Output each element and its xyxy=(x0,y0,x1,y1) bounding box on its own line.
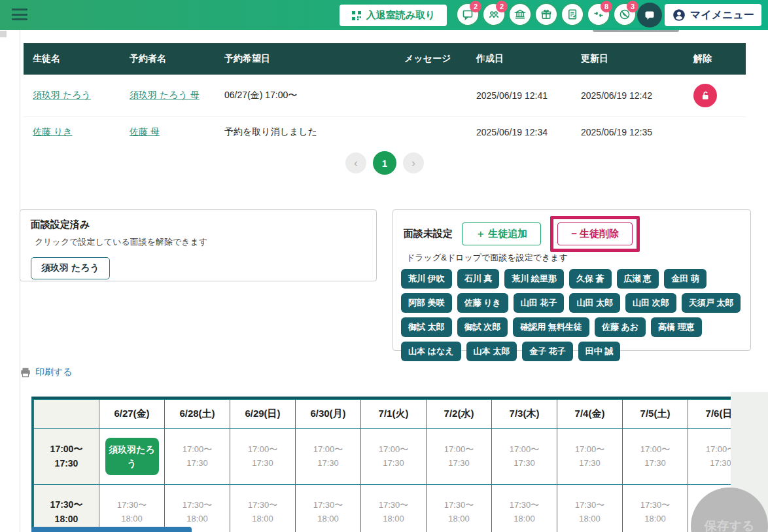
updated-cell: 2025/06/19 12:42 xyxy=(572,75,684,117)
user-icon xyxy=(672,8,686,22)
add-student-button[interactable]: ＋ 生徒追加 xyxy=(462,222,541,245)
desired-date-cell: 予約を取り消しました xyxy=(215,117,395,148)
converge-arrows-badge: 8 xyxy=(601,1,612,12)
student-chip[interactable]: 御試 太郎 xyxy=(401,317,452,337)
chat-icon[interactable]: 2 xyxy=(456,3,480,26)
schedule-slot[interactable]: 17:30〜18:00 xyxy=(361,485,427,532)
student-chip[interactable]: 山本 太郎 xyxy=(466,342,517,361)
schedule-slot[interactable]: 17:30〜18:00 xyxy=(427,485,492,532)
student-chip[interactable]: 石川 真 xyxy=(457,269,500,289)
survey-icon[interactable] xyxy=(561,3,584,26)
student-chip[interactable]: 広瀬 恵 xyxy=(617,269,659,289)
school-icon[interactable] xyxy=(508,3,532,26)
schedule-table-container: 6/27(金) 6/28(土) 6/29(日) 6/30(月) 7/1(火) 7… xyxy=(31,397,731,532)
chat-badge: 2 xyxy=(470,1,481,12)
message-cell xyxy=(395,75,467,117)
horizontal-scrollbar-thumb[interactable] xyxy=(31,527,192,532)
reserver-link[interactable]: 佐藤 母 xyxy=(130,126,160,137)
prev-page-button[interactable]: ‹ xyxy=(345,152,366,173)
unconfigured-panel-title: 面談未設定 xyxy=(404,228,453,240)
remove-button-highlight-box: − 生徒削除 xyxy=(550,216,640,252)
schedule-slot[interactable]: 17:30〜18:00 xyxy=(165,485,230,532)
col-unlock: 解除 xyxy=(684,43,746,75)
print-link[interactable]: 印刷する xyxy=(20,366,73,378)
schedule-slot[interactable]: 17:00〜17:30 xyxy=(557,429,623,485)
unconfigured-panel-header: 面談未設定 ＋ 生徒追加 − 生徒削除 xyxy=(404,217,740,251)
unlock-icon xyxy=(699,90,711,101)
student-chip[interactable]: 山本 はなえ xyxy=(401,342,461,361)
student-chip[interactable]: 荒川 絵里那 xyxy=(504,269,564,289)
student-chip[interactable]: 高橋 理恵 xyxy=(651,317,702,337)
schedule-corner-cell xyxy=(34,400,99,429)
col-desired-date: 予約希望日 xyxy=(215,43,395,75)
gift-icon[interactable] xyxy=(534,3,558,26)
time-slot-label: 17:00〜17:30 xyxy=(34,429,99,485)
schedule-slot[interactable]: 17:00〜17:30 xyxy=(165,429,230,485)
student-chip[interactable]: 山田 太郎 xyxy=(569,293,620,313)
schedule-slot[interactable]: 17:30〜18:00 xyxy=(99,485,165,532)
student-chip[interactable]: 金田 萌 xyxy=(664,269,707,289)
unconfigured-panel-description: ドラッグ&ドロップで面談を設定できます xyxy=(406,252,740,264)
schedule-table: 6/27(金) 6/28(土) 6/29(日) 6/30(月) 7/1(火) 7… xyxy=(33,399,731,532)
message-cell xyxy=(395,117,467,148)
schedule-slot-booked[interactable]: 須玖羽たろう xyxy=(99,429,165,485)
my-menu-label: マイメニュー xyxy=(690,9,754,22)
schedule-slot[interactable]: 17:00〜17:30 xyxy=(492,429,557,485)
reservation-table: 生徒名 予約者名 予約希望日 メッセージ 作成日 更新日 解除 須玖羽 たろう … xyxy=(24,43,746,147)
student-chip[interactable]: 山田 次郎 xyxy=(625,293,676,313)
created-cell: 2025/06/19 12:34 xyxy=(467,117,572,148)
schedule-slot[interactable]: 17:00〜17:30 xyxy=(361,429,427,485)
current-page-button[interactable]: 1 xyxy=(373,151,396,175)
schedule-header-row: 6/27(金) 6/28(土) 6/29(日) 6/30(月) 7/1(火) 7… xyxy=(34,400,731,429)
schedule-slot[interactable]: 17:30〜18:00 xyxy=(492,485,557,532)
configured-panel-description: クリックで設定している面談を解除できます xyxy=(35,236,366,248)
day-header: 7/1(火) xyxy=(361,400,427,429)
chat-fab-icon[interactable] xyxy=(637,3,662,27)
sidebar-divider xyxy=(20,30,20,532)
phone-off-icon[interactable]: 3 xyxy=(613,3,637,26)
people-badge: 2 xyxy=(496,1,508,12)
student-chip[interactable]: 天須戸 太郎 xyxy=(682,293,741,313)
day-header: 7/6(日) xyxy=(688,400,731,429)
converge-arrows-icon[interactable]: 8 xyxy=(587,3,610,26)
schedule-slot[interactable]: 17:00〜17:30 xyxy=(230,429,296,485)
schedule-slot[interactable]: 17:30〜18:00 xyxy=(296,485,361,532)
schedule-slot[interactable]: 17:00〜17:30 xyxy=(427,429,492,485)
time-slot-label: 17:30〜18:00 xyxy=(34,485,99,532)
student-chip[interactable]: 山田 花子 xyxy=(514,293,565,313)
people-icon[interactable]: 2 xyxy=(482,3,506,26)
student-chip[interactable]: 金子 花子 xyxy=(522,342,573,361)
student-chip[interactable]: 佐藤 りき xyxy=(457,293,508,313)
entry-exit-scan-button[interactable]: 入退室読み取り xyxy=(340,5,447,26)
unlock-button[interactable] xyxy=(693,84,717,107)
booked-student-chip[interactable]: 須玖羽たろう xyxy=(105,438,159,475)
schedule-slot[interactable]: 17:30〜18:00 xyxy=(557,485,623,532)
top-navigation-bar: 入退室読み取り 2 2 xyxy=(0,0,768,30)
student-chip[interactable]: 田中 誠 xyxy=(578,342,621,361)
table-row: 須玖羽 たろう 須玖羽 たろう 母 06/27(金) 17:00〜 2025/0… xyxy=(24,75,746,117)
hamburger-menu-icon[interactable] xyxy=(12,9,27,20)
student-link[interactable]: 佐藤 りき xyxy=(33,126,73,137)
remove-student-button[interactable]: − 生徒削除 xyxy=(557,222,633,245)
student-chip[interactable]: 荒川 伊吹 xyxy=(401,269,452,289)
reserver-link[interactable]: 須玖羽 たろう 母 xyxy=(130,90,200,100)
schedule-slot[interactable]: 17:30〜18:00 xyxy=(623,485,688,532)
schedule-slot[interactable]: 17:00〜17:30 xyxy=(688,429,731,485)
student-link[interactable]: 須玖羽 たろう xyxy=(33,90,91,100)
my-menu-button[interactable]: マイメニュー xyxy=(665,4,761,26)
student-chip[interactable]: 佐藤 あお xyxy=(595,317,646,337)
next-page-button[interactable]: › xyxy=(403,152,424,173)
student-chip[interactable]: 御試 次郎 xyxy=(457,317,508,337)
student-chip[interactable]: 阿部 美咲 xyxy=(401,293,452,313)
reservation-table-header-row: 生徒名 予約者名 予約希望日 メッセージ 作成日 更新日 解除 xyxy=(24,43,746,75)
day-header: 6/27(金) xyxy=(99,400,165,429)
day-header: 7/4(金) xyxy=(557,400,623,429)
student-chip-list: 荒川 伊吹 石川 真 荒川 絵里那 久保 蒼 広瀬 恵 金田 萌 阿部 美咲 佐… xyxy=(401,269,742,361)
student-chip[interactable]: 確認用 無料生徒 xyxy=(513,317,589,337)
print-link-label: 印刷する xyxy=(35,366,73,378)
student-chip[interactable]: 久保 蒼 xyxy=(569,269,612,289)
schedule-slot[interactable]: 17:00〜17:30 xyxy=(296,429,361,485)
configured-student-button[interactable]: 須玖羽 たろう xyxy=(31,257,110,279)
schedule-slot[interactable]: 17:00〜17:30 xyxy=(623,429,688,485)
schedule-slot[interactable]: 17:30〜18:00 xyxy=(230,485,296,532)
